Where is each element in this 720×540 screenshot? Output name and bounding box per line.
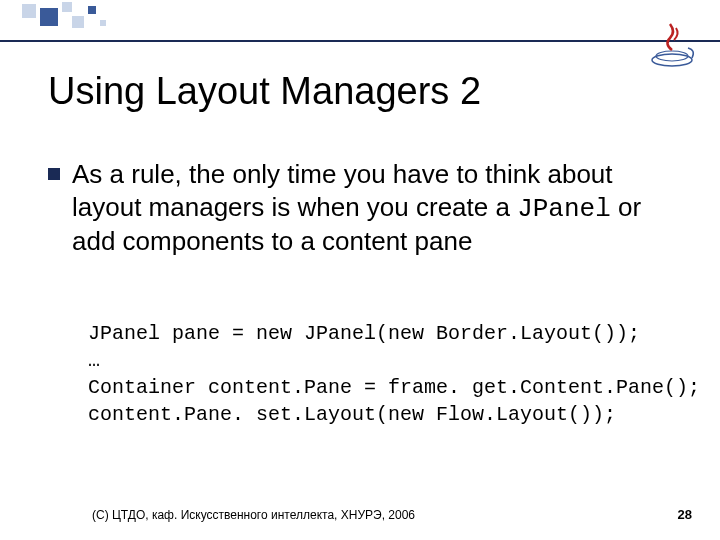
page-number: 28 — [678, 507, 692, 522]
bullet-item: As a rule, the only time you have to thi… — [72, 158, 672, 258]
slide-title: Using Layout Managers 2 — [48, 70, 481, 113]
java-logo — [646, 18, 698, 70]
bullet-icon — [48, 168, 60, 180]
svg-point-1 — [656, 51, 688, 61]
header-decoration — [0, 0, 720, 42]
footer-copyright: (С) ЦТДО, каф. Искусственного интеллекта… — [92, 508, 415, 522]
code-block: JPanel pane = new JPanel(new Border.Layo… — [88, 320, 672, 428]
svg-point-0 — [652, 54, 692, 66]
bullet-inline-code: JPanel — [517, 194, 611, 224]
